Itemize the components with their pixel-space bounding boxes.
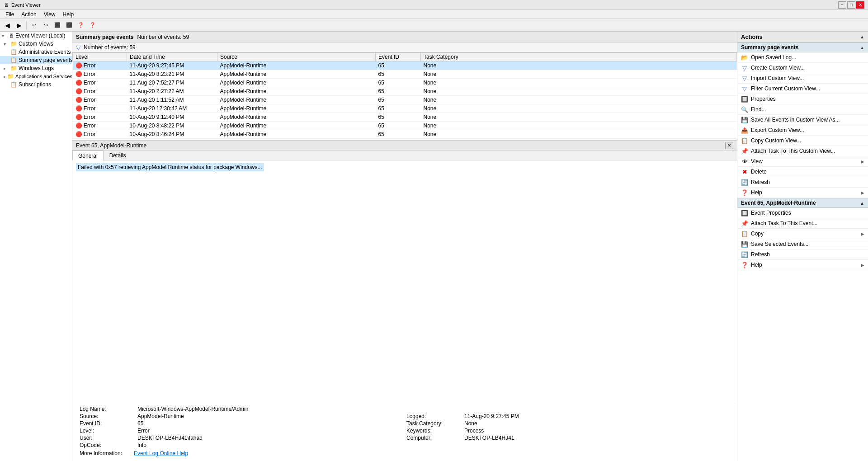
action-refresh-section2[interactable]: 🔄 Refresh [737,249,868,260]
table-row[interactable]: 🔴 Error11-Aug-20 2:27:22 AMAppModel-Runt… [73,87,737,96]
action-open-saved-log[interactable]: 📂 Open Saved Log... [737,52,868,63]
action-delete[interactable]: ✖ Delete [737,167,868,177]
table-row[interactable]: 🔴 Error10-Aug-20 9:12:40 PMAppModel-Runt… [73,113,737,122]
actions-section-1-chevron[interactable]: ▲ [860,45,864,50]
event-log-online-help-link[interactable]: Event Log Online Help [134,450,188,456]
tree-icon-customviews: 📁 [10,41,17,47]
action-open-saved-log-label: Open Saved Log... [751,54,796,61]
value-source: AppModel-Runtime [137,413,403,419]
action-view[interactable]: 👁 View ▶ [737,156,868,167]
action-copy[interactable]: 📋 Copy ▶ [737,229,868,239]
view-arrow: ▶ [861,159,864,164]
tab-details[interactable]: Details [104,151,132,160]
action-copy-custom-view-label: Copy Custom View... [751,137,801,144]
tree-item-windowslogs[interactable]: ▸ 📁 Windows Logs [0,64,72,72]
tree-item-admin-events[interactable]: 📋 Administrative Events [0,48,72,56]
cell-source: AppModel-Runtime [217,104,376,113]
tree-item-summary[interactable]: 📋 Summary page events [0,56,72,64]
action-refresh-section1[interactable]: 🔄 Refresh [737,177,868,188]
cell-source: AppModel-Runtime [217,79,376,87]
tree-item-appsvc[interactable]: ▸ 📁 Applications and Services Lo... [0,72,72,80]
more-info-row: More Information: Event Log Online Help [80,450,730,456]
table-row[interactable]: 🔴 Error11-Aug-20 12:30:42 AMAppModel-Run… [73,104,737,113]
toolbar-separator [26,21,27,30]
table-row[interactable]: 🔴 Error11-Aug-20 1:11:52 AMAppModel-Runt… [73,96,737,104]
tree-item-subscriptions[interactable]: 📋 Subscriptions [0,80,72,89]
label-opcode: OpCode: [80,442,134,448]
delete-icon: ✖ [741,168,748,175]
copy-icon: 📋 [741,230,748,237]
tree-item-customviews[interactable]: ▾ 📁 Custom Views [0,40,72,48]
actions-section-2-chevron[interactable]: ▲ [860,201,864,206]
breadcrumb-path: Summary page events [76,34,133,40]
cell-taskcategory: None [421,87,737,96]
col-eventid[interactable]: Event ID [376,53,421,61]
event-table-container[interactable]: Level Date and Time Source Event ID Task… [72,52,737,141]
action-help-section1[interactable]: ❓ Help ▶ [737,188,868,198]
menu-help[interactable]: Help [59,11,78,18]
action-properties[interactable]: 🔲 Properties [737,94,868,104]
action-copy-custom-view[interactable]: 📋 Copy Custom View... [737,136,868,146]
event-properties-icon: 🔲 [741,209,748,216]
action-import-custom-view[interactable]: ▽ Import Custom View... [737,73,868,84]
menu-file[interactable]: File [2,11,18,18]
table-row[interactable]: 🔴 Error11-Aug-20 8:23:21 PMAppModel-Runt… [73,70,737,79]
filter-icon: ▽ [76,44,81,51]
action-view-label: View [751,158,763,165]
tree-icon-summary: 📋 [10,57,17,63]
forward-button[interactable]: ▶ [14,20,24,30]
table-row[interactable]: 🔴 Error11-Aug-20 7:52:27 PMAppModel-Runt… [73,79,737,87]
col-taskcategory[interactable]: Task Category [421,53,737,61]
minimize-button[interactable]: − [838,1,846,9]
label-empty2 [406,442,461,448]
table-row[interactable]: 🔴 Error11-Aug-20 9:27:45 PMAppModel-Runt… [73,61,737,70]
toolbar-btn-1[interactable]: ↩ [28,20,39,30]
event-message-text: Failed with 0x57 retrieving AppModel Run… [76,163,264,171]
actions-header: Actions ▲ [737,32,868,42]
action-export-custom-view[interactable]: 📤 Export Custom View... [737,125,868,136]
detail-close-button[interactable]: ✕ [725,142,733,149]
action-find[interactable]: 🔍 Find... [737,104,868,115]
action-help-section2[interactable]: ❓ Help ▶ [737,260,868,270]
col-source[interactable]: Source [217,53,376,61]
cell-datetime: 11-Aug-20 12:30:42 AM [127,104,217,113]
tab-general[interactable]: General [72,151,104,160]
cell-datetime: 10-Aug-20 8:46:24 PM [127,130,217,139]
cell-taskcategory: None [421,70,737,79]
properties-icon: 🔲 [741,95,748,103]
cell-taskcategory: None [421,122,737,130]
back-button[interactable]: ◀ [2,20,13,30]
tree-label-summary: Summary page events [19,57,72,63]
actions-chevron[interactable]: ▲ [860,34,864,39]
action-refresh-section1-label: Refresh [751,179,770,185]
toolbar-btn-5[interactable]: ❓ [75,20,86,30]
value-opcode: Info [137,442,403,448]
tree-expand-appsvc: ▸ [4,74,6,79]
event-detail-tabs: General Details [72,151,737,160]
toolbar-btn-6[interactable]: ❓ [87,20,98,30]
table-row[interactable]: 🔴 Error10-Aug-20 8:48:22 PMAppModel-Runt… [73,122,737,130]
action-create-custom-view[interactable]: ▽ Create Custom View... [737,63,868,73]
app-icon: 🖥 [4,2,9,8]
action-attach-task-custom-view[interactable]: 📌 Attach Task To This Custom View... [737,146,868,156]
menu-action[interactable]: Action [18,11,40,18]
toolbar-btn-2[interactable]: ↪ [40,20,51,30]
tree-icon-appsvc: 📁 [7,73,14,80]
close-button[interactable]: ✕ [856,1,864,9]
action-save-all-events[interactable]: 💾 Save All Events in Custom View As... [737,115,868,125]
cell-level: 🔴 Error [73,96,127,104]
label-keywords: Keywords: [406,428,461,434]
action-save-selected-events[interactable]: 💾 Save Selected Events... [737,239,868,249]
view-icon: 👁 [741,158,748,165]
toolbar-btn-3[interactable]: ⬛ [52,20,63,30]
action-filter-current-view[interactable]: ▽ Filter Current Custom View... [737,84,868,94]
menu-view[interactable]: View [40,11,59,18]
maximize-button[interactable]: □ [847,1,855,9]
action-event-properties[interactable]: 🔲 Event Properties [737,208,868,218]
col-datetime[interactable]: Date and Time [127,53,217,61]
table-row[interactable]: 🔴 Error10-Aug-20 8:46:24 PMAppModel-Runt… [73,130,737,139]
toolbar-btn-4[interactable]: ⬛ [64,20,75,30]
tree-item-root[interactable]: ▾ 🖥 Event Viewer (Local) [0,32,72,40]
action-attach-task-event[interactable]: 📌 Attach Task To This Event... [737,218,868,229]
col-level[interactable]: Level [73,53,127,61]
